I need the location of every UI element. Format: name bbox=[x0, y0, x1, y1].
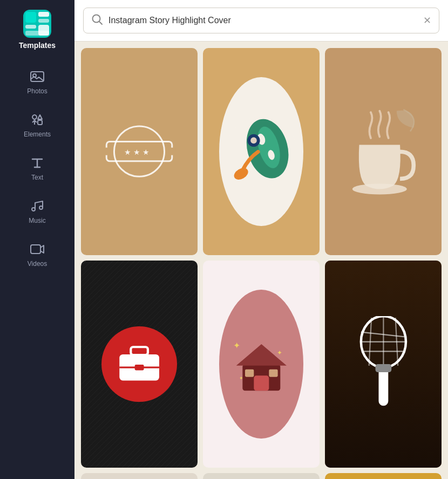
main-content: ✕ ★ ★ ★ bbox=[74, 0, 448, 479]
svg-rect-4 bbox=[25, 25, 36, 29]
svg-point-11 bbox=[39, 206, 43, 209]
sidebar-item-music-label: Music bbox=[29, 217, 45, 224]
svg-point-27 bbox=[352, 183, 407, 194]
photos-icon bbox=[30, 69, 45, 84]
sidebar-item-videos[interactable]: Videos bbox=[4, 235, 70, 274]
svg-rect-2 bbox=[38, 12, 49, 17]
sidebar: Templates Photos Elements bbox=[0, 0, 74, 479]
svg-point-17 bbox=[168, 148, 176, 155]
svg-rect-28 bbox=[131, 347, 148, 355]
svg-text:✦: ✦ bbox=[277, 349, 282, 356]
template-card-home[interactable]: ✦ ✦ ✦ bbox=[203, 261, 320, 468]
svg-rect-9 bbox=[38, 120, 42, 125]
template-card-partial3[interactable] bbox=[325, 473, 442, 479]
text-icon bbox=[30, 155, 45, 170]
search-input[interactable] bbox=[108, 16, 418, 25]
red-circle-bg bbox=[101, 326, 177, 402]
briefcase-illustration bbox=[117, 344, 162, 384]
coffee-illustration bbox=[342, 104, 424, 199]
template-card-partial2[interactable] bbox=[203, 473, 320, 479]
svg-rect-31 bbox=[135, 365, 144, 371]
videos-icon bbox=[30, 242, 45, 257]
svg-rect-1 bbox=[25, 12, 36, 23]
music-icon bbox=[30, 199, 45, 214]
template-card-mic[interactable] bbox=[325, 261, 442, 468]
svg-point-10 bbox=[32, 208, 35, 211]
sidebar-item-photos-label: Photos bbox=[27, 87, 47, 95]
search-icon bbox=[91, 13, 103, 28]
sidebar-item-elements-label: Elements bbox=[24, 131, 51, 138]
search-container: ✕ bbox=[74, 0, 448, 42]
svg-rect-3 bbox=[38, 19, 49, 23]
svg-text:★ ★ ★: ★ ★ ★ bbox=[124, 148, 150, 156]
search-clear-button[interactable]: ✕ bbox=[423, 16, 431, 25]
ticket-illustration: ★ ★ ★ bbox=[96, 124, 183, 179]
template-grid: ★ ★ ★ bbox=[81, 48, 442, 479]
svg-rect-37 bbox=[245, 369, 254, 377]
home-circle: ✦ ✦ ✦ bbox=[219, 290, 303, 439]
template-card-coffee[interactable] bbox=[325, 48, 442, 255]
home-illustration: ✦ ✦ ✦ bbox=[230, 333, 293, 396]
template-card-work[interactable] bbox=[81, 261, 198, 468]
template-card-partial1[interactable] bbox=[81, 473, 198, 479]
template-grid-area: ★ ★ ★ bbox=[74, 42, 448, 479]
microphone-illustration bbox=[351, 316, 416, 412]
app-title: Templates bbox=[19, 41, 56, 50]
svg-text:✦: ✦ bbox=[233, 340, 240, 350]
sidebar-item-text-label: Text bbox=[31, 174, 43, 181]
sidebar-item-videos-label: Videos bbox=[28, 260, 47, 268]
sidebar-item-music[interactable]: Music bbox=[4, 192, 70, 231]
svg-point-26 bbox=[250, 137, 257, 143]
sidebar-nav: Photos Elements Text bbox=[0, 57, 74, 275]
template-card-leaf[interactable] bbox=[203, 48, 320, 255]
sidebar-item-elements[interactable]: Elements bbox=[4, 106, 70, 145]
leaf-illustration bbox=[223, 85, 299, 219]
svg-rect-12 bbox=[31, 245, 40, 254]
sidebar-item-photos[interactable]: Photos bbox=[4, 63, 70, 101]
svg-point-16 bbox=[103, 148, 110, 155]
app-logo-icon bbox=[23, 10, 51, 38]
elements-icon bbox=[30, 112, 45, 127]
sidebar-item-text[interactable]: Text bbox=[4, 149, 70, 188]
svg-rect-38 bbox=[269, 369, 277, 377]
svg-rect-6 bbox=[38, 25, 49, 36]
leaf-circle bbox=[219, 77, 303, 226]
sidebar-logo: Templates bbox=[0, 0, 74, 57]
svg-rect-36 bbox=[254, 375, 269, 391]
svg-rect-47 bbox=[375, 364, 391, 372]
search-bar: ✕ bbox=[83, 8, 439, 33]
template-card-ticket[interactable]: ★ ★ ★ bbox=[81, 48, 198, 255]
